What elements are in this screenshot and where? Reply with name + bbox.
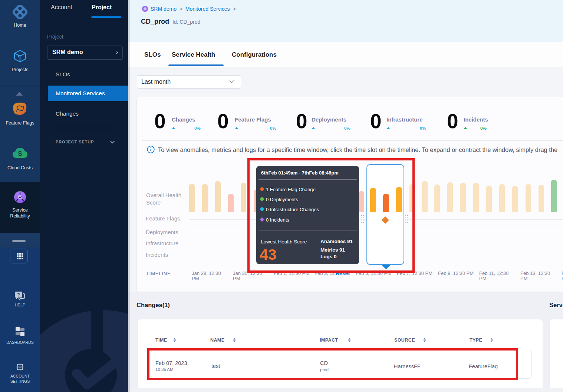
svg-text:$: $ xyxy=(18,150,22,157)
svg-text:?: ? xyxy=(17,292,20,298)
